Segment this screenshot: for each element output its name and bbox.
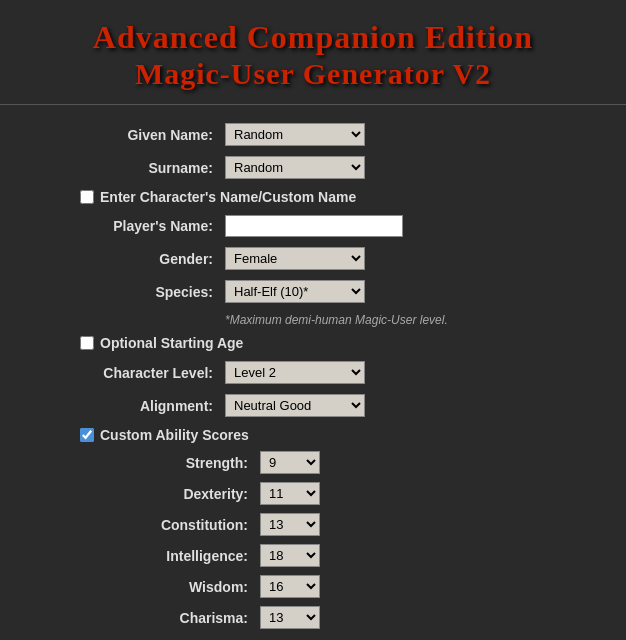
given-name-row: Given Name: Random Custom <box>80 123 566 146</box>
header-divider <box>0 104 626 105</box>
players-name-row: Player's Name: <box>80 215 566 237</box>
wisdom-row: Wisdom: 345678 910111213 1415161718 <box>140 575 566 598</box>
given-name-select[interactable]: Random Custom <box>225 123 365 146</box>
wisdom-label: Wisdom: <box>140 579 260 595</box>
species-label: Species: <box>80 284 225 300</box>
custom-name-checkbox[interactable] <box>80 190 94 204</box>
constitution-select[interactable]: 345678 910111213 1415161718 <box>260 513 320 536</box>
species-note: *Maximum demi-human Magic-User level. <box>225 313 566 327</box>
page-header: Advanced Companion Edition Magic-User Ge… <box>0 0 626 104</box>
strength-label: Strength: <box>140 455 260 471</box>
constitution-row: Constitution: 345678 910111213 141516171… <box>140 513 566 536</box>
optional-age-checkbox[interactable] <box>80 336 94 350</box>
custom-ability-checkbox[interactable] <box>80 428 94 442</box>
custom-name-label[interactable]: Enter Character's Name/Custom Name <box>100 189 356 205</box>
custom-name-row: Enter Character's Name/Custom Name <box>80 189 566 205</box>
given-name-label: Given Name: <box>80 127 225 143</box>
optional-age-label[interactable]: Optional Starting Age <box>100 335 243 351</box>
character-level-row: Character Level: Level 1 Level 2 Level 3… <box>80 361 566 384</box>
character-level-select[interactable]: Level 1 Level 2 Level 3 Level 4 Level 5 <box>225 361 365 384</box>
species-row: Species: Half-Elf (10)* Human Elf Dwarf … <box>80 280 566 303</box>
gender-row: Gender: Female Male <box>80 247 566 270</box>
form-area: Given Name: Random Custom Surname: Rando… <box>0 115 626 640</box>
strength-select[interactable]: 345678 910111213 1415161718 <box>260 451 320 474</box>
dexterity-row: Dexterity: 345678 910111213 1415161718 <box>140 482 566 505</box>
gender-label: Gender: <box>80 251 225 267</box>
header-line2: Magic-User Generator V2 <box>10 56 616 92</box>
surname-label: Surname: <box>80 160 225 176</box>
ability-scores-section: Strength: 345678 910111213 1415161718 De… <box>80 451 566 629</box>
charisma-select[interactable]: 345678 910111213 1415161718 <box>260 606 320 629</box>
charisma-row: Charisma: 345678 910111213 1415161718 <box>140 606 566 629</box>
players-name-label: Player's Name: <box>80 218 225 234</box>
dexterity-label: Dexterity: <box>140 486 260 502</box>
players-name-input[interactable] <box>225 215 403 237</box>
strength-row: Strength: 345678 910111213 1415161718 <box>140 451 566 474</box>
optional-age-row: Optional Starting Age <box>80 335 566 351</box>
character-level-label: Character Level: <box>80 365 225 381</box>
intelligence-label: Intelligence: <box>140 548 260 564</box>
alignment-select[interactable]: Lawful Good Neutral Good Chaotic Good La… <box>225 394 365 417</box>
alignment-label: Alignment: <box>80 398 225 414</box>
intelligence-row: Intelligence: 345678 910111213 141516171… <box>140 544 566 567</box>
custom-ability-row: Custom Ability Scores <box>80 427 566 443</box>
custom-ability-label[interactable]: Custom Ability Scores <box>100 427 249 443</box>
gender-select[interactable]: Female Male <box>225 247 365 270</box>
dexterity-select[interactable]: 345678 910111213 1415161718 <box>260 482 320 505</box>
header-line1: Advanced Companion Edition <box>10 18 616 56</box>
alignment-row: Alignment: Lawful Good Neutral Good Chao… <box>80 394 566 417</box>
surname-select[interactable]: Random Custom <box>225 156 365 179</box>
charisma-label: Charisma: <box>140 610 260 626</box>
wisdom-select[interactable]: 345678 910111213 1415161718 <box>260 575 320 598</box>
intelligence-select[interactable]: 345678 910111213 1415161718 <box>260 544 320 567</box>
species-select[interactable]: Half-Elf (10)* Human Elf Dwarf Halfling <box>225 280 365 303</box>
constitution-label: Constitution: <box>140 517 260 533</box>
surname-row: Surname: Random Custom <box>80 156 566 179</box>
